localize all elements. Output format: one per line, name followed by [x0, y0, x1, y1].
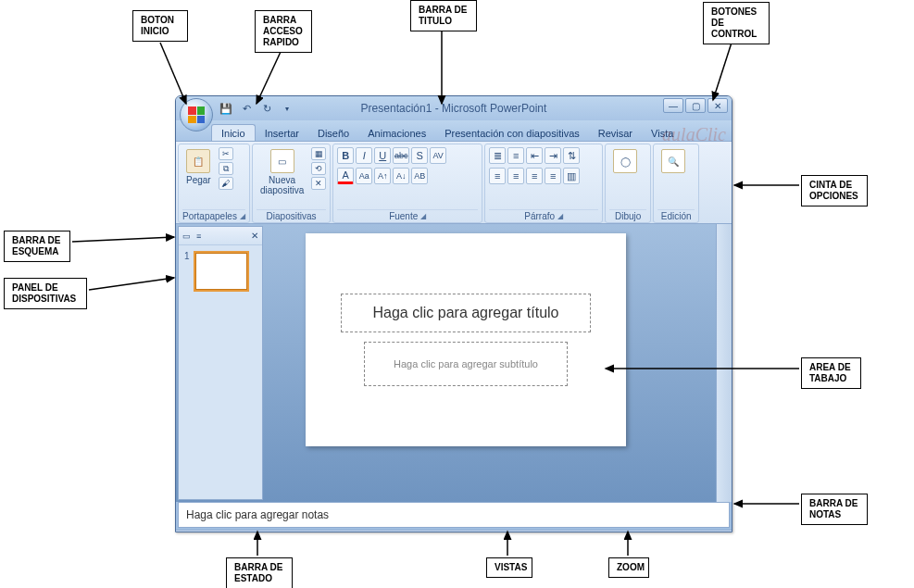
callout-barra-notas: BARRA DE NOTAS	[801, 494, 868, 525]
edicion-button[interactable]: 🔍	[657, 147, 689, 175]
shapes-icon: ◯	[613, 149, 637, 173]
group-fuente: B I U abc S AV A Aa A↑ A↓ AB Fuente◢	[332, 144, 482, 223]
powerpoint-window: aulaClic 💾 ↶ ↻ ▾ Presentación1 - Microso…	[175, 95, 732, 532]
callout-cinta-opciones: CINTA DE OPCIONES	[801, 175, 868, 206]
clear-format-button[interactable]: AB	[411, 168, 428, 184]
group-portapapeles: 📋 Pegar ✂ ⧉ 🖌 Portapapeles◢	[178, 144, 250, 223]
tab-animaciones[interactable]: Animaciones	[358, 125, 435, 141]
dialog-launcher-icon[interactable]: ◢	[240, 212, 245, 220]
notes-pane[interactable]: Haga clic para agregar notas	[178, 502, 730, 528]
svg-line-6	[89, 278, 174, 290]
delete-slide-icon[interactable]: ✕	[311, 177, 326, 190]
dialog-launcher-icon[interactable]: ◢	[557, 212, 563, 220]
subtitle-placeholder[interactable]: Haga clic para agregar subtítulo	[364, 342, 568, 386]
nueva-diapositiva-button[interactable]: ▭ Nueva diapositiva	[257, 147, 307, 197]
undo-icon[interactable]: ↶	[239, 101, 254, 116]
callout-text: BARRA ACCESO RAPIDO	[263, 15, 303, 47]
change-case-button[interactable]: Aa	[356, 168, 372, 184]
ribbon-tabs: Inicio Insertar Diseño Animaciones Prese…	[176, 120, 732, 141]
pegar-button[interactable]: 📋 Pegar	[182, 147, 215, 187]
window-controls: — ▢ ✕	[663, 98, 728, 113]
align-left-button[interactable]: ≡	[489, 168, 506, 184]
bullets-button[interactable]: ≣	[489, 147, 506, 164]
shadow-button[interactable]: S	[411, 147, 428, 164]
numbering-button[interactable]: ≡	[507, 147, 524, 164]
decrease-indent-button[interactable]: ⇤	[526, 147, 543, 164]
reset-icon[interactable]: ⟲	[311, 162, 326, 175]
outline-tabs: ▭ ≡ ✕	[179, 227, 262, 245]
callout-text: BARRA DE ESTADO	[234, 562, 282, 583]
align-right-button[interactable]: ≡	[526, 168, 543, 184]
office-button[interactable]	[180, 98, 213, 131]
callout-text: BARRA DE ESQUEMA	[12, 235, 60, 256]
columns-button[interactable]: ▥	[563, 168, 580, 184]
strike-button[interactable]: abc	[393, 147, 409, 164]
vertical-scrollbar[interactable]	[716, 224, 732, 502]
redo-icon[interactable]: ↻	[259, 101, 274, 116]
outline-panel: ▭ ≡ ✕ 1	[178, 226, 263, 500]
italic-button[interactable]: I	[356, 147, 372, 164]
justify-button[interactable]: ≡	[545, 168, 561, 184]
callout-zoom: ZOOM	[608, 557, 649, 578]
thumb-slide-preview	[194, 251, 249, 292]
copy-icon[interactable]: ⧉	[219, 162, 233, 175]
bold-button[interactable]: B	[337, 147, 354, 164]
svg-line-5	[72, 237, 174, 242]
callout-text: CINTA DE OPCIONES	[809, 180, 858, 201]
dialog-launcher-icon[interactable]: ◢	[420, 212, 426, 220]
title-bar: 💾 ↶ ↻ ▾ Presentación1 - Microsoft PowerP…	[176, 96, 732, 120]
group-edicion: 🔍 Edición	[653, 144, 699, 223]
callout-panel-dispositivas: PANEL DE DISPOSITIVAS	[4, 278, 87, 309]
callout-barra-esquema: BARRA DE ESQUEMA	[4, 231, 70, 262]
dibujo-button[interactable]: ◯	[609, 147, 641, 175]
format-painter-icon[interactable]: 🖌	[219, 177, 233, 190]
underline-button[interactable]: U	[374, 147, 391, 164]
shrink-font-button[interactable]: A↓	[393, 168, 409, 184]
callout-text: BOTONES DE CONTROL	[711, 6, 757, 39]
tab-revisar[interactable]: Revisar	[589, 125, 642, 141]
close-button[interactable]: ✕	[707, 98, 728, 113]
slides-tab-icon[interactable]: ▭	[182, 231, 191, 241]
callout-text: PANEL DE DISPOSITIVAS	[12, 282, 76, 304]
cut-icon[interactable]: ✂	[219, 147, 233, 160]
tab-diseno[interactable]: Diseño	[308, 125, 358, 141]
subtitle-ph-text: Haga clic para agregar subtítulo	[394, 358, 538, 369]
group-label-text: Edición	[661, 211, 692, 221]
title-placeholder[interactable]: Haga clic para agregar título	[341, 294, 591, 332]
callout-text: BARRA DE TITULO	[419, 5, 467, 26]
tab-insertar[interactable]: Insertar	[256, 125, 308, 141]
ribbon: 📋 Pegar ✂ ⧉ 🖌 Portapapeles◢ ▭ Nueva diap…	[176, 141, 732, 224]
thumb-number: 1	[184, 251, 190, 261]
callout-area-trabajo: AREA DE TABAJO	[801, 357, 861, 389]
group-label-text: Portapapeles	[182, 211, 237, 221]
callout-text: VISTAS	[495, 562, 527, 572]
slide-canvas[interactable]: Haga clic para agregar título Haga clic …	[306, 233, 626, 446]
group-diapositivas: ▭ Nueva diapositiva ▦ ⟲ ✕ Diapositivas	[252, 144, 331, 223]
nueva-label: Nueva diapositiva	[260, 175, 304, 195]
outline-tab-icon[interactable]: ≡	[196, 231, 201, 241]
qat-dropdown-icon[interactable]: ▾	[280, 101, 294, 116]
font-color-button[interactable]: A	[337, 168, 354, 184]
tab-inicio[interactable]: Inicio	[211, 124, 256, 141]
close-panel-icon[interactable]: ✕	[251, 231, 258, 241]
layout-icon[interactable]: ▦	[311, 147, 326, 160]
align-center-button[interactable]: ≡	[507, 168, 524, 184]
office-logo-icon	[188, 106, 205, 123]
group-label-text: Fuente	[389, 211, 418, 221]
clipboard-icon: 📋	[186, 149, 210, 173]
maximize-button[interactable]: ▢	[685, 98, 706, 113]
minimize-button[interactable]: —	[663, 98, 683, 113]
tab-vista[interactable]: Vista	[642, 125, 682, 141]
grow-font-button[interactable]: A↑	[374, 168, 391, 184]
group-parrafo: ≣ ≡ ⇤ ⇥ ⇅ ≡ ≡ ≡ ≡ ▥ Párrafo◢	[484, 144, 603, 223]
save-icon[interactable]: 💾	[219, 101, 233, 116]
group-label-text: Dibujo	[615, 211, 641, 221]
tab-presentacion[interactable]: Presentación con diapositivas	[435, 125, 589, 141]
slide-thumbnail[interactable]: 1	[184, 251, 257, 292]
workspace: ▭ ≡ ✕ 1 Haga clic para agregar título Ha…	[176, 224, 732, 502]
increase-indent-button[interactable]: ⇥	[545, 147, 561, 164]
char-spacing-button[interactable]: AV	[430, 147, 446, 164]
line-spacing-button[interactable]: ⇅	[563, 147, 580, 164]
callout-barra-titulo: BARRA DE TITULO	[410, 0, 477, 31]
group-dibujo: ◯ Dibujo	[605, 144, 651, 223]
